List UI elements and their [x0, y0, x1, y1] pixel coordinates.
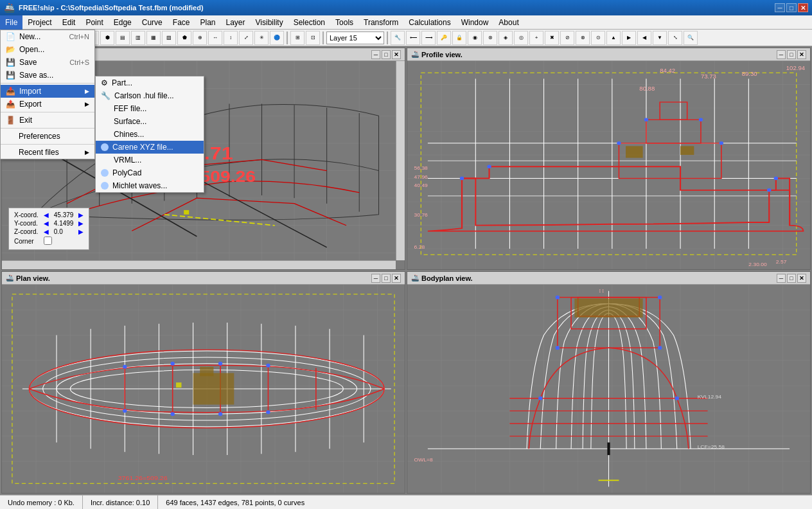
- bodyplan-maximize[interactable]: □: [787, 274, 796, 283]
- tb-btn15[interactable]: ⤢: [239, 31, 253, 45]
- corner-checkbox[interactable]: [44, 237, 52, 245]
- tb-btn8[interactable]: ▥: [131, 31, 145, 45]
- tb-btn10[interactable]: ▧: [162, 31, 176, 45]
- menu-face[interactable]: Face: [168, 15, 195, 30]
- sm-fef[interactable]: FEF file...: [96, 102, 204, 115]
- layer-select[interactable]: Layer 15 Layer 1 Layer 5 Layer 10 Layer …: [326, 31, 384, 44]
- tb-btn17[interactable]: 🔵: [270, 31, 284, 45]
- tb-btn11[interactable]: ⬟: [177, 31, 191, 45]
- fm-export[interactable]: 📤 Export: [1, 98, 94, 111]
- tb-btn32[interactable]: ⊗: [576, 31, 590, 45]
- menu-about[interactable]: About: [493, 15, 524, 30]
- plan-close[interactable]: ✕: [392, 274, 401, 283]
- minimize-button[interactable]: ─: [775, 3, 785, 12]
- plan-canvas[interactable]: 3761.26=509.26: [2, 285, 405, 493]
- profile-maximize[interactable]: □: [787, 50, 796, 59]
- perspective-vscroll[interactable]: [396, 61, 405, 260]
- bodyplan-minimize[interactable]: ─: [777, 274, 786, 283]
- plan-minimize[interactable]: ─: [371, 274, 380, 283]
- tb-btn7[interactable]: ▤: [116, 31, 130, 45]
- tb-btn25[interactable]: ◉: [468, 31, 482, 45]
- tb-btn19[interactable]: ⊡: [306, 31, 320, 45]
- menu-curve[interactable]: Curve: [137, 15, 168, 30]
- sm-polycad[interactable]: PolyCad: [96, 166, 204, 179]
- close-button[interactable]: ✕: [798, 3, 808, 12]
- profile-minimize[interactable]: ─: [777, 50, 786, 59]
- menu-edge[interactable]: Edge: [109, 15, 137, 30]
- menu-edit[interactable]: Edit: [57, 15, 81, 30]
- tb-btn26[interactable]: ⊛: [483, 31, 497, 45]
- fm-saveas[interactable]: 💾 Save as...: [1, 69, 94, 82]
- menu-file[interactable]: File: [0, 15, 22, 30]
- sm-carene-label: Carene XYZ file...: [112, 143, 173, 152]
- menu-tools[interactable]: Tools: [330, 15, 358, 30]
- svg-point-128: [218, 412, 222, 416]
- tb-btn20[interactable]: 🔧: [391, 31, 405, 45]
- tb-btn13[interactable]: ↔: [208, 31, 222, 45]
- tb-btn29[interactable]: +: [529, 31, 543, 45]
- menu-selection[interactable]: Selection: [288, 15, 330, 30]
- sm-vrml[interactable]: VRML...: [96, 154, 204, 166]
- tb-btn37[interactable]: ▼: [653, 31, 667, 45]
- fm-open[interactable]: 📂 Open...: [1, 43, 94, 56]
- sm-part[interactable]: ⚙ Part...: [96, 76, 204, 89]
- fm-import[interactable]: 📥 Import: [1, 85, 94, 98]
- plan-icon: 🚢: [6, 274, 13, 281]
- tb-btn21[interactable]: ⟵: [406, 31, 420, 45]
- tb-btn38[interactable]: ⤡: [668, 31, 682, 45]
- tb-btn24[interactable]: 🔒: [452, 31, 466, 45]
- svg-point-127: [170, 412, 174, 416]
- fm-save[interactable]: 💾 Save Ctrl+S: [1, 56, 94, 69]
- perspective-close[interactable]: ✕: [392, 50, 401, 59]
- menu-plan[interactable]: Plan: [195, 15, 220, 30]
- svg-text:89.30: 89.30: [742, 71, 757, 76]
- tb-btn22[interactable]: ⟶: [421, 31, 436, 45]
- menu-layer[interactable]: Layer: [221, 15, 251, 30]
- menubar: File Project Edit Point Edge Curve Face …: [0, 15, 812, 30]
- tb-btn16[interactable]: ✳: [254, 31, 269, 45]
- tb-btn27[interactable]: ◈: [499, 31, 513, 45]
- bodyplan-canvas[interactable]: ↕↕ KVL12.94 LCF=25.58 LCB=26.15 KVL12.94…: [407, 285, 810, 493]
- plan-controls: ─ □ ✕: [371, 274, 401, 283]
- tb-btn35[interactable]: ▶: [622, 31, 636, 45]
- sm-surface[interactable]: Surface...: [96, 115, 204, 128]
- tb-btn28[interactable]: ◎: [514, 31, 528, 45]
- tb-btn30[interactable]: ✖: [545, 31, 559, 45]
- svg-point-66: [774, 177, 778, 180]
- plan-maximize[interactable]: □: [382, 274, 391, 283]
- menu-project[interactable]: Project: [22, 15, 57, 30]
- fm-preferences[interactable]: Preferences: [1, 130, 94, 143]
- fm-recent[interactable]: Recent files: [1, 146, 94, 159]
- menu-visibility[interactable]: Visibility: [251, 15, 288, 30]
- tb-btn9[interactable]: ▦: [146, 31, 161, 45]
- menu-window[interactable]: Window: [456, 15, 494, 30]
- bodyplan-view-title: 🚢 Bodyplan view.: [411, 274, 473, 282]
- tb-btn39[interactable]: 🔍: [684, 31, 698, 45]
- tb-btn31[interactable]: ⊘: [560, 31, 574, 45]
- menu-transform[interactable]: Transform: [358, 15, 403, 30]
- tb-btn33[interactable]: ⊙: [591, 31, 605, 45]
- fm-exit[interactable]: 🚪 Exit: [1, 114, 94, 127]
- profile-close[interactable]: ✕: [797, 50, 806, 59]
- menu-calculations[interactable]: Calculations: [403, 15, 455, 30]
- perspective-minimize[interactable]: ─: [371, 50, 380, 59]
- menu-point[interactable]: Point: [80, 15, 108, 30]
- perspective-hscroll[interactable]: [2, 260, 396, 269]
- profile-canvas[interactable]: 102.94 89.30 73.73 84.42 80.88 56.38 47.…: [407, 61, 810, 269]
- fm-new[interactable]: 📄 New... Ctrl+N: [1, 30, 94, 43]
- tb-btn12[interactable]: ⊕: [193, 31, 207, 45]
- maximize-button[interactable]: □: [786, 3, 797, 12]
- sm-carlson[interactable]: 🔧 Carlson .hul file...: [96, 89, 204, 102]
- sm-carene[interactable]: Carene XYZ file...: [96, 141, 204, 154]
- sm-michlet[interactable]: Michlet waves...: [96, 179, 204, 192]
- sm-chines[interactable]: Chines...: [96, 128, 204, 141]
- bodyplan-close[interactable]: ✕: [797, 274, 806, 283]
- svg-text:6.28: 6.28: [414, 245, 425, 250]
- tb-btn18[interactable]: ⊞: [290, 31, 304, 45]
- tb-btn14[interactable]: ↕: [224, 31, 238, 45]
- tb-btn23[interactable]: 🔑: [437, 31, 451, 45]
- tb-btn34[interactable]: ▲: [606, 31, 621, 45]
- tb-btn36[interactable]: ◀: [637, 31, 651, 45]
- tb-btn6[interactable]: ⬢: [100, 31, 114, 45]
- perspective-maximize[interactable]: □: [382, 50, 391, 59]
